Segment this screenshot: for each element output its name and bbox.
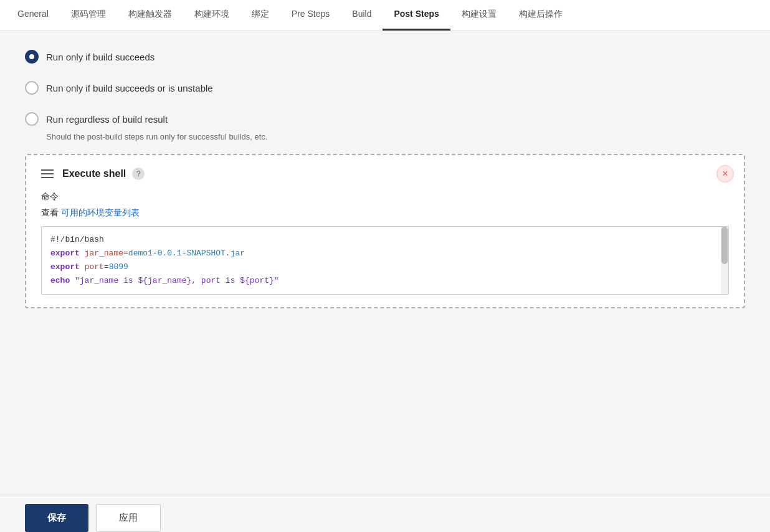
- hint-text: Should the post-build steps run only for…: [46, 132, 745, 141]
- tab-build[interactable]: Build: [341, 0, 383, 31]
- command-label: 命令: [41, 191, 729, 202]
- code-keyword-export-2: export: [50, 262, 85, 272]
- env-variables-link[interactable]: 可用的环境变量列表: [61, 207, 140, 217]
- code-line-4: echo "jar_name is ${jar_name}, port is $…: [50, 274, 720, 288]
- tab-source[interactable]: 源码管理: [60, 0, 117, 31]
- code-varname-2: port: [85, 262, 104, 272]
- code-keyword-echo: echo: [50, 276, 75, 285]
- tab-bind[interactable]: 绑定: [240, 0, 280, 31]
- code-value-1: demo1-0.0.1-SNAPSHOT.jar: [128, 249, 245, 258]
- apply-button[interactable]: 应用: [96, 504, 161, 532]
- radio-group: Run only if build succeeds Run only if b…: [25, 50, 745, 141]
- hamburger-line-2: [41, 173, 54, 174]
- code-equals-1: =: [123, 249, 128, 258]
- hamburger-line-3: [41, 177, 54, 178]
- code-line-3: export port=8099: [50, 260, 720, 274]
- scrollbar-track[interactable]: [721, 227, 728, 294]
- code-string-1: "jar_name is ${jar_name}, port is ${port…: [75, 276, 279, 285]
- code-equals-2: =: [104, 262, 109, 272]
- radio-unstable-input[interactable]: [25, 81, 39, 95]
- shell-title: Execute shell: [62, 168, 126, 179]
- radio-success-input[interactable]: [25, 50, 39, 64]
- tab-buildsettings[interactable]: 构建设置: [450, 0, 508, 31]
- shell-card: × Execute shell ? 命令 查看 可用的环境变量列表 #!/bin…: [25, 154, 745, 308]
- save-button[interactable]: 保存: [25, 504, 88, 532]
- scrollbar-thumb[interactable]: [721, 227, 728, 264]
- code-keyword-export-1: export: [50, 249, 85, 258]
- main-content: Run only if build succeeds Run only if b…: [0, 31, 770, 495]
- radio-success-label: Run only if build succeeds: [46, 52, 154, 62]
- tab-trigger[interactable]: 构建触发器: [117, 0, 183, 31]
- hamburger-line-1: [41, 169, 54, 171]
- action-bar: 保存 应用: [0, 495, 770, 532]
- close-button[interactable]: ×: [716, 165, 734, 183]
- tab-presteps[interactable]: Pre Steps: [280, 0, 341, 31]
- tab-general[interactable]: General: [6, 0, 60, 31]
- radio-run-success[interactable]: Run only if build succeeds: [25, 50, 745, 64]
- shell-header: Execute shell ?: [41, 168, 729, 180]
- radio-run-unstable[interactable]: Run only if build succeeds or is unstabl…: [25, 81, 745, 95]
- tab-bar: General 源码管理 构建触发器 构建环境 绑定 Pre Steps Bui…: [0, 0, 770, 31]
- tab-env[interactable]: 构建环境: [183, 0, 240, 31]
- env-link-row: 查看 可用的环境变量列表: [41, 207, 729, 219]
- tab-postbuild[interactable]: 构建后操作: [508, 0, 574, 31]
- code-varname-1: jar_name: [85, 249, 123, 258]
- code-line-1: #!/bin/bash: [50, 233, 720, 247]
- radio-run-regardless[interactable]: Run regardless of build result: [25, 112, 745, 126]
- tab-poststeps[interactable]: Post Steps: [383, 0, 450, 31]
- code-display[interactable]: #!/bin/bash export jar_name=demo1-0.0.1-…: [42, 227, 728, 294]
- help-button[interactable]: ?: [132, 168, 145, 180]
- code-area-wrapper: #!/bin/bash export jar_name=demo1-0.0.1-…: [41, 226, 729, 295]
- radio-regardless-label: Run regardless of build result: [46, 114, 168, 125]
- env-link-prefix: 查看: [41, 207, 61, 217]
- radio-regardless-input[interactable]: [25, 112, 39, 126]
- code-line-2: export jar_name=demo1-0.0.1-SNAPSHOT.jar: [50, 247, 720, 260]
- radio-unstable-label: Run only if build succeeds or is unstabl…: [46, 83, 213, 93]
- code-value-2: 8099: [109, 262, 128, 272]
- drag-handle-icon[interactable]: [41, 169, 54, 178]
